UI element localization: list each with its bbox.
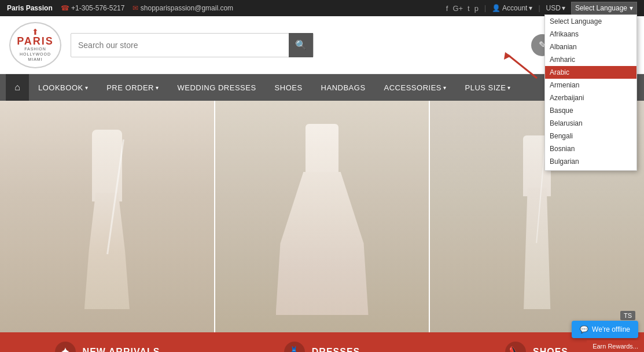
search-button[interactable]: 🔍 [289, 33, 313, 57]
lang-option[interactable]: Bulgarian [545, 155, 636, 168]
twitter-icon[interactable]: t [468, 4, 470, 13]
dress-figure-1 [69, 130, 145, 309]
lang-option[interactable]: Amharic [545, 53, 636, 66]
brand-name: Paris Passion [7, 4, 53, 12]
chat-button[interactable]: 💬 We're offline [572, 321, 638, 338]
shoes-label: SHOES [533, 347, 568, 352]
lang-option[interactable]: Bengali [545, 130, 636, 142]
dress-panel-2 [215, 101, 430, 332]
new-arrivals-label: NEW ARRIVALS [83, 347, 160, 352]
home-icon: ⌂ [14, 82, 20, 93]
lang-option[interactable]: Basque [545, 104, 636, 117]
dresses-icon: 👗 [284, 342, 305, 352]
chevron-down-icon4: ▾ [507, 85, 511, 91]
account-button[interactable]: 👤 Account ▾ [492, 4, 532, 12]
divider2: | [538, 4, 540, 12]
phone-number: ☎ +1-305-576-5217 [61, 4, 125, 12]
account-person-icon: 👤 [492, 4, 501, 12]
divider: | [484, 4, 486, 12]
dress-background-1 [0, 101, 214, 332]
email-address: ✉ shopparispassion@gmail.com [133, 4, 233, 12]
lang-option[interactable]: Bosnian [545, 142, 636, 155]
dress-background-2 [215, 101, 429, 332]
currency-arrow-icon: ▾ [562, 4, 565, 12]
currency-button[interactable]: USD ▾ [546, 4, 565, 12]
rewards-bar[interactable]: Earn Rewards... [587, 340, 644, 352]
lang-option[interactable]: Arabic [545, 66, 636, 79]
top-bar: Paris Passion ☎ +1-305-576-5217 ✉ shoppa… [0, 0, 644, 16]
chevron-down-icon3: ▾ [443, 85, 447, 91]
ts-badge: TS [620, 311, 635, 320]
phone-icon: ☎ [61, 4, 69, 12]
nav-shoes[interactable]: SHOES [266, 74, 312, 101]
nav-wedding-dresses[interactable]: WEDDING DRESSES [168, 74, 266, 101]
language-dropdown[interactable]: Select LanguageAfrikaansAlbanianAmharicA… [544, 14, 637, 171]
logo-paris-text: PARIS [17, 36, 54, 46]
lang-option[interactable]: Afrikaans [545, 28, 636, 41]
language-select-button[interactable]: Select Language ▾ [571, 2, 637, 14]
lang-option[interactable]: Armenian [545, 79, 636, 91]
nav-plus-size[interactable]: PLUS SIZE▾ [455, 74, 520, 101]
search-bar: 🔍 [71, 33, 314, 57]
chat-icon: 💬 [580, 325, 588, 333]
dress-panel-1 [0, 101, 215, 332]
lang-option[interactable]: Catalan [545, 168, 636, 171]
nav-home-button[interactable]: ⌂ [6, 74, 29, 101]
dress-figure-2 [276, 124, 369, 315]
googleplus-icon[interactable]: G+ [452, 4, 463, 13]
nav-preorder[interactable]: PRE ORDER▾ [97, 74, 168, 101]
category-dresses[interactable]: 👗 DRESSES [215, 332, 429, 352]
nav-handbags[interactable]: HANDBAGS [312, 74, 375, 101]
lang-option[interactable]: Belarusian [545, 117, 636, 130]
lang-option[interactable]: Azerbaijani [545, 91, 636, 104]
account-arrow-icon: ▾ [529, 4, 532, 12]
lang-option[interactable]: Select Language [545, 15, 636, 28]
category-bar: ✦ NEW ARRIVALS 👗 DRESSES 👠 SHOES [0, 332, 644, 352]
lang-option[interactable]: Albanian [545, 41, 636, 53]
chevron-down-icon2: ▾ [156, 85, 159, 91]
new-arrivals-icon: ✦ [55, 342, 76, 352]
logo[interactable]: ⬆ PARIS FASHION HOLLYWOOD MIAMI [9, 22, 61, 68]
lang-arrow-icon: ▾ [630, 4, 633, 12]
social-icons: f G+ t p [446, 4, 479, 13]
eiffel-icon: ⬆ [32, 28, 39, 36]
nav-lookbook[interactable]: LOOKBOOK▾ [29, 74, 97, 101]
dresses-label: DRESSES [312, 347, 360, 352]
facebook-icon[interactable]: f [446, 4, 448, 13]
search-icon: 🔍 [295, 39, 307, 50]
email-icon: ✉ [133, 4, 138, 12]
nav-accessories[interactable]: ACCESSORIES▾ [375, 74, 456, 101]
search-input[interactable] [71, 41, 289, 50]
logo-sub-text: FASHION HOLLYWOOD MIAMI [20, 46, 51, 62]
category-new-arrivals[interactable]: ✦ NEW ARRIVALS [0, 332, 215, 352]
chevron-down-icon: ▾ [85, 85, 89, 91]
top-bar-right: f G+ t p | 👤 Account ▾ | USD ▾ Select La… [446, 2, 637, 14]
language-select-wrapper[interactable]: Select Language ▾ Select LanguageAfrikaa… [571, 2, 637, 14]
pinterest-icon[interactable]: p [474, 4, 479, 13]
shoes-icon: 👠 [505, 342, 526, 352]
top-bar-left: Paris Passion ☎ +1-305-576-5217 ✉ shoppa… [7, 4, 233, 12]
